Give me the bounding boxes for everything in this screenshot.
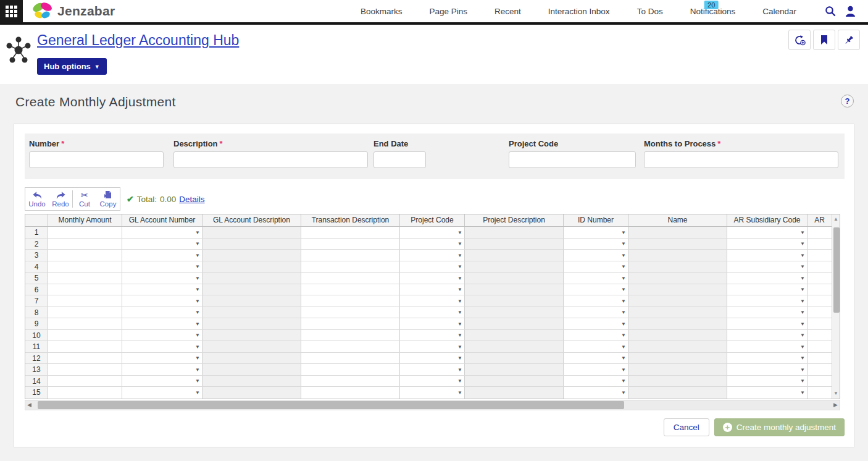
scroll-down-icon[interactable]: ▼ bbox=[832, 391, 840, 396]
row-number-cell[interactable]: 3 bbox=[25, 250, 48, 261]
dropdown-arrow-icon[interactable]: ▼ bbox=[195, 298, 200, 303]
grid-cell-project-code[interactable]: ▼ bbox=[400, 376, 465, 387]
dropdown-arrow-icon[interactable]: ▼ bbox=[195, 241, 200, 247]
dropdown-arrow-icon[interactable]: ▼ bbox=[195, 344, 200, 349]
grid-cell-ar-subsidiary-code[interactable]: ▼ bbox=[727, 250, 807, 261]
grid-cell-ar-subsidiary-code[interactable]: ▼ bbox=[727, 364, 807, 375]
dropdown-arrow-icon[interactable]: ▼ bbox=[457, 275, 462, 281]
grid-cell-id-number[interactable]: ▼ bbox=[564, 227, 628, 238]
grid-cell-id-number[interactable]: ▼ bbox=[564, 387, 628, 399]
grid-cell-monthly-amount[interactable] bbox=[48, 387, 122, 399]
grid-cell-ar-subsidiary-code[interactable]: ▼ bbox=[727, 273, 807, 284]
grid-cell-monthly-amount[interactable] bbox=[48, 307, 122, 318]
grid-cell-gl-account-number[interactable]: ▼ bbox=[122, 341, 202, 352]
grid-cell-transaction-description[interactable] bbox=[301, 387, 400, 399]
grid-cell-id-number[interactable]: ▼ bbox=[564, 250, 628, 261]
project-code-input[interactable] bbox=[509, 151, 636, 168]
dropdown-arrow-icon[interactable]: ▼ bbox=[800, 390, 805, 395]
grid-cell-id-number[interactable]: ▼ bbox=[564, 273, 628, 284]
grid-cell-id-number[interactable]: ▼ bbox=[564, 307, 628, 318]
grid-cell-monthly-amount[interactable] bbox=[48, 284, 122, 295]
dropdown-arrow-icon[interactable]: ▼ bbox=[621, 298, 626, 303]
dropdown-arrow-icon[interactable]: ▼ bbox=[800, 264, 805, 269]
grid-cell-ar[interactable] bbox=[807, 364, 832, 375]
grid-cell-gl-account-number[interactable]: ▼ bbox=[122, 227, 202, 238]
grid-cell-id-number[interactable]: ▼ bbox=[564, 295, 628, 307]
dropdown-arrow-icon[interactable]: ▼ bbox=[195, 321, 200, 326]
nav-item-to-dos[interactable]: To Dos bbox=[637, 0, 663, 22]
dropdown-arrow-icon[interactable]: ▼ bbox=[621, 321, 626, 326]
grid-cell-ar[interactable] bbox=[807, 227, 832, 238]
grid-cell-monthly-amount[interactable] bbox=[48, 295, 122, 307]
dropdown-arrow-icon[interactable]: ▼ bbox=[195, 378, 200, 384]
grid-cell-transaction-description[interactable] bbox=[301, 273, 400, 284]
grid-cell-transaction-description[interactable] bbox=[301, 239, 400, 250]
row-number-cell[interactable]: 1 bbox=[25, 227, 48, 238]
dropdown-arrow-icon[interactable]: ▼ bbox=[621, 355, 626, 361]
row-number-cell[interactable]: 6 bbox=[25, 284, 48, 295]
row-number-cell[interactable]: 15 bbox=[25, 387, 48, 399]
bookmark-page-button[interactable] bbox=[813, 30, 835, 50]
grid-cell-ar[interactable] bbox=[807, 376, 832, 387]
grid-cell-project-code[interactable]: ▼ bbox=[400, 387, 465, 399]
number-input[interactable] bbox=[29, 151, 164, 168]
grid-cell-ar-subsidiary-code[interactable]: ▼ bbox=[727, 284, 807, 295]
grid-cell-id-number[interactable]: ▼ bbox=[564, 330, 628, 341]
grid-cell-transaction-description[interactable] bbox=[301, 307, 400, 318]
horizontal-scrollbar[interactable]: ◀ ▶ bbox=[25, 400, 840, 410]
grid-cell-ar[interactable] bbox=[807, 330, 832, 341]
row-number-cell[interactable]: 14 bbox=[25, 376, 48, 387]
grid-cell-id-number[interactable]: ▼ bbox=[564, 284, 628, 295]
grid-cell-id-number[interactable]: ▼ bbox=[564, 341, 628, 352]
grid-cell-monthly-amount[interactable] bbox=[48, 376, 122, 387]
row-number-cell[interactable]: 7 bbox=[25, 295, 48, 307]
nav-item-interaction-inbox[interactable]: Interaction Inbox bbox=[548, 0, 610, 22]
scroll-up-icon[interactable]: ▲ bbox=[832, 216, 840, 222]
grid-cell-ar-subsidiary-code[interactable]: ▼ bbox=[727, 376, 807, 387]
grid-cell-ar-subsidiary-code[interactable]: ▼ bbox=[727, 341, 807, 352]
pin-page-button[interactable] bbox=[838, 30, 860, 50]
dropdown-arrow-icon[interactable]: ▼ bbox=[621, 332, 626, 338]
dropdown-arrow-icon[interactable]: ▼ bbox=[457, 321, 462, 326]
dropdown-arrow-icon[interactable]: ▼ bbox=[457, 390, 462, 395]
grid-cell-id-number[interactable]: ▼ bbox=[564, 318, 628, 329]
dropdown-arrow-icon[interactable]: ▼ bbox=[621, 390, 626, 395]
dropdown-arrow-icon[interactable]: ▼ bbox=[800, 241, 805, 247]
grid-cell-ar-subsidiary-code[interactable]: ▼ bbox=[727, 330, 807, 341]
dropdown-arrow-icon[interactable]: ▼ bbox=[800, 275, 805, 281]
grid-cell-project-code[interactable]: ▼ bbox=[400, 239, 465, 250]
grid-cell-ar[interactable] bbox=[807, 239, 832, 250]
dropdown-arrow-icon[interactable]: ▼ bbox=[800, 310, 805, 315]
grid-cell-id-number[interactable]: ▼ bbox=[564, 239, 628, 250]
grid-cell-project-code[interactable]: ▼ bbox=[400, 273, 465, 284]
create-monthly-adjustment-button[interactable]: + Create monthly adjustment bbox=[714, 418, 845, 436]
dropdown-arrow-icon[interactable]: ▼ bbox=[195, 366, 200, 372]
dropdown-arrow-icon[interactable]: ▼ bbox=[800, 355, 805, 361]
grid-cell-transaction-description[interactable] bbox=[301, 261, 400, 273]
dropdown-arrow-icon[interactable]: ▼ bbox=[800, 321, 805, 326]
horizontal-scroll-thumb[interactable] bbox=[38, 401, 624, 409]
nav-item-calendar[interactable]: Calendar bbox=[762, 0, 796, 22]
dropdown-arrow-icon[interactable]: ▼ bbox=[800, 366, 805, 372]
dropdown-arrow-icon[interactable]: ▼ bbox=[457, 366, 462, 372]
dropdown-arrow-icon[interactable]: ▼ bbox=[800, 252, 805, 258]
grid-cell-gl-account-number[interactable]: ▼ bbox=[122, 364, 202, 375]
grid-cell-gl-account-number[interactable]: ▼ bbox=[122, 353, 202, 364]
grid-cell-monthly-amount[interactable] bbox=[48, 318, 122, 329]
dropdown-arrow-icon[interactable]: ▼ bbox=[621, 229, 626, 235]
dropdown-arrow-icon[interactable]: ▼ bbox=[621, 252, 626, 258]
nav-item-recent[interactable]: Recent bbox=[495, 0, 521, 22]
grid-cell-project-code[interactable]: ▼ bbox=[400, 353, 465, 364]
user-profile-icon[interactable] bbox=[845, 6, 856, 17]
grid-cell-gl-account-number[interactable]: ▼ bbox=[122, 387, 202, 399]
vertical-scrollbar[interactable]: ▲ ▼ bbox=[832, 214, 840, 399]
grid-cell-transaction-description[interactable] bbox=[301, 364, 400, 375]
add-to-recent-button[interactable] bbox=[788, 30, 811, 50]
grid-cell-project-code[interactable]: ▼ bbox=[400, 295, 465, 307]
grid-cell-ar[interactable] bbox=[807, 284, 832, 295]
grid-cell-transaction-description[interactable] bbox=[301, 227, 400, 238]
grid-cell-gl-account-number[interactable]: ▼ bbox=[122, 239, 202, 250]
grid-cell-monthly-amount[interactable] bbox=[48, 353, 122, 364]
nav-item-bookmarks[interactable]: Bookmarks bbox=[361, 0, 403, 22]
grid-cell-gl-account-number[interactable]: ▼ bbox=[122, 307, 202, 318]
